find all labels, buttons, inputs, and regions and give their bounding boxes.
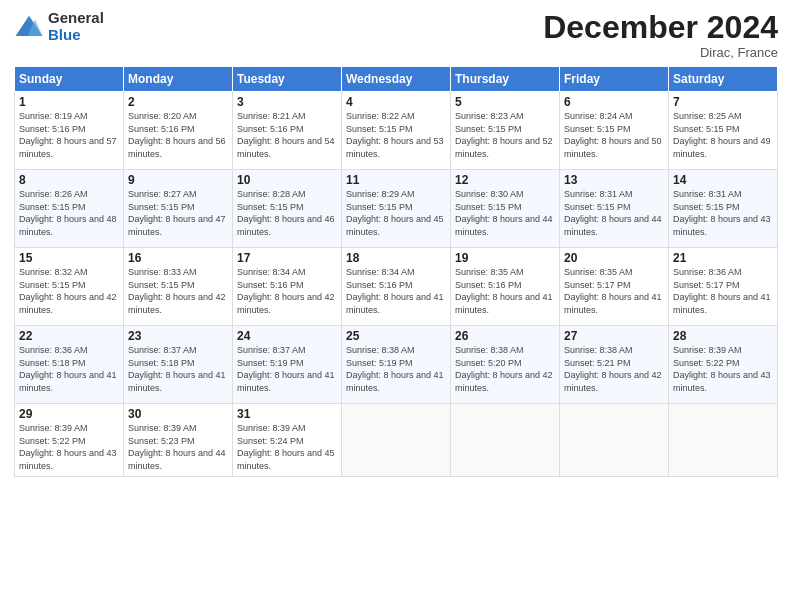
day-info: Sunrise: 8:37 AMSunset: 5:18 PMDaylight:… [128,345,226,393]
day-info: Sunrise: 8:31 AMSunset: 5:15 PMDaylight:… [673,189,771,237]
calendar-cell: 7 Sunrise: 8:25 AMSunset: 5:15 PMDayligh… [669,92,778,170]
calendar-cell: 29 Sunrise: 8:39 AMSunset: 5:22 PMDaylig… [15,404,124,476]
calendar-day-header: Saturday [669,67,778,92]
calendar-cell: 8 Sunrise: 8:26 AMSunset: 5:15 PMDayligh… [15,170,124,248]
day-number: 27 [564,329,664,343]
day-number: 1 [19,95,119,109]
day-info: Sunrise: 8:37 AMSunset: 5:19 PMDaylight:… [237,345,335,393]
calendar-cell: 13 Sunrise: 8:31 AMSunset: 5:15 PMDaylig… [560,170,669,248]
day-info: Sunrise: 8:35 AMSunset: 5:17 PMDaylight:… [564,267,662,315]
calendar-day-header: Tuesday [233,67,342,92]
day-info: Sunrise: 8:25 AMSunset: 5:15 PMDaylight:… [673,111,771,159]
day-info: Sunrise: 8:38 AMSunset: 5:21 PMDaylight:… [564,345,662,393]
day-number: 16 [128,251,228,265]
day-number: 14 [673,173,773,187]
calendar-cell: 19 Sunrise: 8:35 AMSunset: 5:16 PMDaylig… [451,248,560,326]
day-info: Sunrise: 8:36 AMSunset: 5:17 PMDaylight:… [673,267,771,315]
day-number: 31 [237,407,337,421]
day-number: 17 [237,251,337,265]
day-number: 2 [128,95,228,109]
day-info: Sunrise: 8:26 AMSunset: 5:15 PMDaylight:… [19,189,117,237]
calendar-cell: 31 Sunrise: 8:39 AMSunset: 5:24 PMDaylig… [233,404,342,476]
page-header: General Blue December 2024 Dirac, France [14,10,778,60]
day-number: 9 [128,173,228,187]
logo-general: General [48,10,104,27]
day-info: Sunrise: 8:20 AMSunset: 5:16 PMDaylight:… [128,111,226,159]
logo-blue: Blue [48,27,104,44]
day-number: 29 [19,407,119,421]
day-info: Sunrise: 8:39 AMSunset: 5:23 PMDaylight:… [128,423,226,471]
logo-text: General Blue [48,10,104,43]
day-info: Sunrise: 8:19 AMSunset: 5:16 PMDaylight:… [19,111,117,159]
day-info: Sunrise: 8:36 AMSunset: 5:18 PMDaylight:… [19,345,117,393]
logo-icon [14,12,44,42]
day-info: Sunrise: 8:21 AMSunset: 5:16 PMDaylight:… [237,111,335,159]
day-info: Sunrise: 8:39 AMSunset: 5:24 PMDaylight:… [237,423,335,471]
calendar-cell: 2 Sunrise: 8:20 AMSunset: 5:16 PMDayligh… [124,92,233,170]
calendar-cell: 23 Sunrise: 8:37 AMSunset: 5:18 PMDaylig… [124,326,233,404]
day-info: Sunrise: 8:23 AMSunset: 5:15 PMDaylight:… [455,111,553,159]
day-number: 10 [237,173,337,187]
calendar-cell [342,404,451,476]
day-number: 21 [673,251,773,265]
day-info: Sunrise: 8:30 AMSunset: 5:15 PMDaylight:… [455,189,553,237]
day-info: Sunrise: 8:31 AMSunset: 5:15 PMDaylight:… [564,189,662,237]
title-area: December 2024 Dirac, France [543,10,778,60]
day-number: 22 [19,329,119,343]
day-number: 11 [346,173,446,187]
calendar-cell: 17 Sunrise: 8:34 AMSunset: 5:16 PMDaylig… [233,248,342,326]
day-info: Sunrise: 8:39 AMSunset: 5:22 PMDaylight:… [19,423,117,471]
calendar-cell: 30 Sunrise: 8:39 AMSunset: 5:23 PMDaylig… [124,404,233,476]
calendar-cell: 11 Sunrise: 8:29 AMSunset: 5:15 PMDaylig… [342,170,451,248]
calendar-cell: 16 Sunrise: 8:33 AMSunset: 5:15 PMDaylig… [124,248,233,326]
day-info: Sunrise: 8:35 AMSunset: 5:16 PMDaylight:… [455,267,553,315]
day-info: Sunrise: 8:28 AMSunset: 5:15 PMDaylight:… [237,189,335,237]
day-number: 20 [564,251,664,265]
calendar-day-header: Friday [560,67,669,92]
day-info: Sunrise: 8:39 AMSunset: 5:22 PMDaylight:… [673,345,771,393]
day-number: 24 [237,329,337,343]
calendar-cell [560,404,669,476]
day-info: Sunrise: 8:34 AMSunset: 5:16 PMDaylight:… [237,267,335,315]
calendar-cell: 5 Sunrise: 8:23 AMSunset: 5:15 PMDayligh… [451,92,560,170]
day-info: Sunrise: 8:29 AMSunset: 5:15 PMDaylight:… [346,189,444,237]
day-number: 12 [455,173,555,187]
day-number: 6 [564,95,664,109]
day-number: 15 [19,251,119,265]
calendar-cell: 15 Sunrise: 8:32 AMSunset: 5:15 PMDaylig… [15,248,124,326]
day-info: Sunrise: 8:38 AMSunset: 5:20 PMDaylight:… [455,345,553,393]
calendar-cell: 14 Sunrise: 8:31 AMSunset: 5:15 PMDaylig… [669,170,778,248]
day-info: Sunrise: 8:34 AMSunset: 5:16 PMDaylight:… [346,267,444,315]
calendar-cell: 9 Sunrise: 8:27 AMSunset: 5:15 PMDayligh… [124,170,233,248]
calendar-cell: 22 Sunrise: 8:36 AMSunset: 5:18 PMDaylig… [15,326,124,404]
day-number: 19 [455,251,555,265]
calendar-table: SundayMondayTuesdayWednesdayThursdayFrid… [14,66,778,476]
calendar-cell: 12 Sunrise: 8:30 AMSunset: 5:15 PMDaylig… [451,170,560,248]
calendar-cell: 3 Sunrise: 8:21 AMSunset: 5:16 PMDayligh… [233,92,342,170]
calendar-cell: 1 Sunrise: 8:19 AMSunset: 5:16 PMDayligh… [15,92,124,170]
calendar-cell: 10 Sunrise: 8:28 AMSunset: 5:15 PMDaylig… [233,170,342,248]
day-number: 25 [346,329,446,343]
calendar-cell: 6 Sunrise: 8:24 AMSunset: 5:15 PMDayligh… [560,92,669,170]
calendar-cell: 4 Sunrise: 8:22 AMSunset: 5:15 PMDayligh… [342,92,451,170]
calendar-cell [451,404,560,476]
calendar-cell: 20 Sunrise: 8:35 AMSunset: 5:17 PMDaylig… [560,248,669,326]
day-number: 23 [128,329,228,343]
day-info: Sunrise: 8:33 AMSunset: 5:15 PMDaylight:… [128,267,226,315]
calendar-cell: 24 Sunrise: 8:37 AMSunset: 5:19 PMDaylig… [233,326,342,404]
calendar-cell [669,404,778,476]
calendar-cell: 28 Sunrise: 8:39 AMSunset: 5:22 PMDaylig… [669,326,778,404]
day-number: 4 [346,95,446,109]
calendar-cell: 27 Sunrise: 8:38 AMSunset: 5:21 PMDaylig… [560,326,669,404]
calendar-day-header: Monday [124,67,233,92]
day-info: Sunrise: 8:32 AMSunset: 5:15 PMDaylight:… [19,267,117,315]
day-number: 28 [673,329,773,343]
location: Dirac, France [543,45,778,60]
calendar-page: General Blue December 2024 Dirac, France… [0,0,792,612]
day-number: 18 [346,251,446,265]
calendar-day-header: Thursday [451,67,560,92]
month-title: December 2024 [543,10,778,45]
day-info: Sunrise: 8:27 AMSunset: 5:15 PMDaylight:… [128,189,226,237]
day-number: 30 [128,407,228,421]
day-info: Sunrise: 8:22 AMSunset: 5:15 PMDaylight:… [346,111,444,159]
